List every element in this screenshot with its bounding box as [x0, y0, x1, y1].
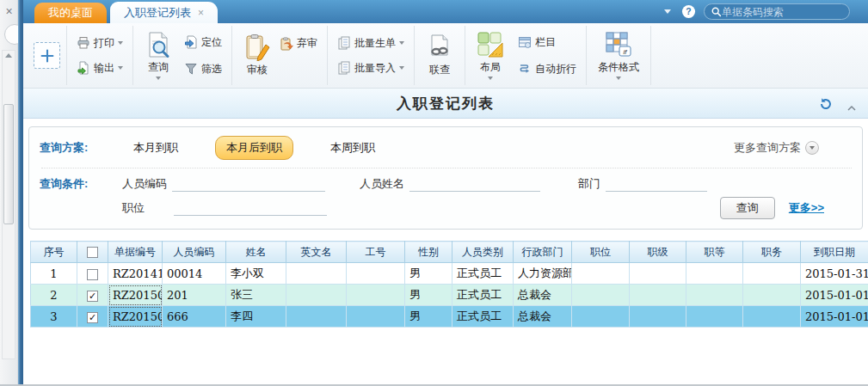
scroll-up-icon[interactable] — [5, 53, 12, 58]
auto-wrap-button[interactable]: 自动折行 — [514, 58, 580, 80]
export-button[interactable]: 输出 — [73, 58, 126, 79]
table-cell[interactable]: RZ20150... — [108, 306, 163, 328]
batch-create-dropdown-icon[interactable] — [399, 41, 404, 45]
table-cell[interactable]: 总裁会 — [514, 306, 572, 328]
more-schemes-button[interactable]: 更多查询方案 — [734, 140, 853, 156]
column-header[interactable]: 人员编码 — [163, 242, 226, 263]
more-conditions-link[interactable]: 更多>> — [789, 200, 824, 216]
table-cell[interactable]: 总裁会 — [514, 285, 572, 306]
person-code-input[interactable] — [172, 176, 325, 192]
column-header[interactable]: 人员类别 — [452, 242, 514, 263]
table-cell[interactable]: 正式员工 — [452, 285, 514, 306]
columns-button[interactable]: 栏目 — [514, 32, 580, 53]
batch-import-dropdown-icon[interactable] — [399, 66, 404, 70]
table-cell[interactable]: 正式员工 — [452, 263, 514, 285]
table-cell[interactable]: 李小双 — [226, 263, 286, 285]
column-header[interactable]: 序号 — [31, 242, 77, 263]
audit-button[interactable]: 审核 — [238, 32, 276, 79]
query-dropdown-icon[interactable] — [156, 77, 161, 80]
tab-close-icon[interactable]: × — [198, 7, 204, 19]
filter-button[interactable]: 筛选 — [181, 58, 225, 80]
row-seq-cell[interactable]: 3 — [31, 306, 77, 328]
link-query-button[interactable]: 联查 — [421, 32, 459, 79]
table-cell[interactable]: 男 — [405, 306, 452, 328]
collapse-panel-icon[interactable] — [847, 100, 856, 107]
batch-create-button[interactable]: 批量生单 — [334, 33, 408, 54]
table-cell[interactable] — [743, 306, 801, 328]
vertical-scrollbar[interactable] — [2, 50, 15, 359]
row-checkbox[interactable] — [87, 269, 98, 280]
row-seq-cell[interactable]: 1 — [31, 263, 77, 285]
tab-onboarding-list[interactable]: 入职登记列表× — [110, 2, 218, 23]
cond-format-dropdown-icon[interactable] — [616, 77, 621, 80]
scheme-option[interactable]: 本月到职 — [122, 136, 189, 160]
barcode-search-box[interactable] — [704, 3, 850, 20]
column-header[interactable]: 姓名 — [226, 242, 286, 263]
table-cell[interactable] — [572, 306, 630, 328]
export-dropdown-icon[interactable] — [118, 66, 123, 70]
scheme-option[interactable]: 本月后到职 — [215, 136, 293, 160]
more-schemes-dropdown-icon[interactable] — [805, 141, 819, 155]
person-name-input[interactable] — [409, 176, 540, 192]
cond-format-button[interactable]: if 条件格式 — [593, 29, 644, 82]
row-checkbox-cell[interactable] — [77, 263, 108, 285]
table-cell[interactable]: 男 — [405, 285, 452, 306]
table-cell[interactable]: 2015-01-01 — [801, 306, 868, 328]
layout-dropdown-icon[interactable] — [488, 77, 493, 80]
table-cell[interactable]: RZ20141... — [108, 263, 163, 285]
batch-import-button[interactable]: 批量导入 — [334, 58, 408, 79]
select-all-checkbox[interactable] — [87, 247, 98, 258]
table-cell[interactable] — [630, 285, 686, 306]
column-header[interactable]: 到职日期 — [801, 242, 868, 263]
chevron-down-icon[interactable] — [664, 9, 671, 14]
row-checkbox-cell[interactable]: ✓ — [77, 306, 108, 328]
department-input[interactable] — [606, 176, 707, 192]
tab-my-desktop[interactable]: 我的桌面 — [34, 3, 107, 23]
unaudit-button[interactable]: 弃审 — [276, 33, 321, 54]
table-row[interactable]: 2✓RZ20150...201张三男正式员工总裁会2015-01-01 — [31, 285, 868, 306]
table-row[interactable]: 1RZ20141...00014李小双男正式员工人力资源部2015-01-31 — [31, 263, 868, 285]
table-cell[interactable] — [347, 263, 405, 285]
table-cell[interactable]: RZ20150... — [108, 285, 163, 306]
column-header[interactable]: 工号 — [347, 242, 405, 263]
barcode-search-input[interactable] — [722, 6, 855, 18]
table-cell[interactable] — [743, 285, 801, 306]
refresh-icon[interactable] — [819, 97, 833, 111]
select-all-header[interactable] — [77, 242, 108, 263]
table-cell[interactable]: 666 — [163, 306, 226, 328]
table-cell[interactable] — [630, 263, 686, 285]
table-cell[interactable] — [686, 263, 743, 285]
table-cell[interactable]: 男 — [405, 263, 452, 285]
row-checkbox-cell[interactable]: ✓ — [77, 285, 108, 306]
column-header[interactable]: 职等 — [686, 242, 743, 263]
table-cell[interactable] — [572, 285, 630, 306]
column-header[interactable]: 性别 — [405, 242, 452, 263]
table-cell[interactable] — [743, 263, 801, 285]
print-button[interactable]: 打印 — [73, 33, 126, 54]
row-checkbox[interactable]: ✓ — [87, 312, 98, 323]
table-cell[interactable] — [572, 263, 630, 285]
table-row[interactable]: 3✓RZ20150...666李四男正式员工总裁会2015-01-01 — [31, 306, 868, 328]
table-cell[interactable]: 张三 — [226, 285, 286, 306]
column-header[interactable]: 职级 — [630, 242, 686, 263]
column-header[interactable]: 行政部门 — [514, 242, 572, 263]
table-cell[interactable] — [286, 285, 347, 306]
layout-button[interactable]: 布局 — [471, 29, 509, 82]
table-cell[interactable] — [347, 285, 405, 306]
table-cell[interactable]: 李四 — [226, 306, 286, 328]
column-header[interactable]: 职位 — [572, 242, 630, 263]
close-icon[interactable]: × — [3, 5, 15, 18]
table-cell[interactable] — [347, 306, 405, 328]
table-cell[interactable]: 201 — [163, 285, 226, 306]
print-dropdown-icon[interactable] — [118, 41, 123, 45]
table-cell[interactable]: 人力资源部 — [514, 263, 572, 285]
table-cell[interactable]: 2015-01-01 — [801, 285, 868, 306]
table-cell[interactable]: 00014 — [163, 263, 226, 285]
column-header[interactable]: 英文名 — [286, 242, 347, 263]
search-button[interactable]: 查询 — [720, 197, 775, 219]
scheme-option[interactable]: 本周到职 — [319, 136, 386, 160]
table-cell[interactable]: 2015-01-31 — [801, 263, 868, 285]
table-cell[interactable] — [286, 306, 347, 328]
table-cell[interactable] — [630, 306, 686, 328]
help-icon[interactable]: ? — [681, 4, 696, 19]
